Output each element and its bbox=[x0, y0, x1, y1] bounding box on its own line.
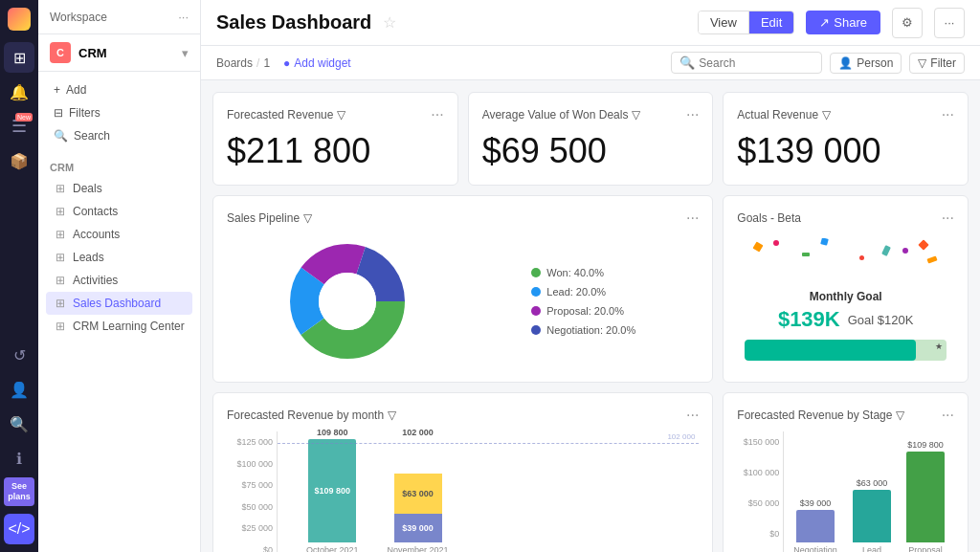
sidebar-app[interactable]: C CRM ▾ bbox=[38, 34, 200, 72]
actual-revenue-card: Actual Revenue ▽ ··· $139 000 bbox=[723, 92, 969, 186]
pie-chart-svg bbox=[290, 244, 405, 359]
learning-label: CRM Learning Center bbox=[73, 320, 185, 333]
lead-label: Lead: 20.0% bbox=[546, 286, 606, 298]
more-icon-button[interactable]: ··· bbox=[934, 8, 965, 38]
nav-grid[interactable]: ⊞ bbox=[4, 42, 34, 73]
card-header: Forecasted Revenue ▽ ··· bbox=[227, 106, 444, 123]
nav-info[interactable]: ℹ bbox=[4, 443, 34, 474]
rev-stage-title: Forecasted Revenue by Stage ▽ bbox=[737, 408, 904, 422]
ref-line-label: 102 000 bbox=[667, 432, 695, 441]
add-widget-button[interactable]: ● Add widget bbox=[278, 54, 357, 73]
add-widget-plus-icon: ● bbox=[283, 56, 290, 70]
sidebar-item-leads[interactable]: ⊞ Leads bbox=[46, 246, 192, 269]
app-logo[interactable] bbox=[8, 8, 31, 31]
dashboard-label: Sales Dashboard bbox=[73, 297, 161, 310]
favorite-star-icon[interactable]: ☆ bbox=[383, 13, 396, 32]
sidebar-nav: ⊞ Deals ⊞ Contacts ⊞ Accounts ⊞ Leads ⊞ … bbox=[38, 177, 200, 338]
sidebar-item-deals[interactable]: ⊞ Deals bbox=[46, 177, 192, 200]
sidebar-item-activities[interactable]: ⊞ Activities bbox=[46, 269, 192, 292]
nav-box[interactable]: 📦 bbox=[4, 145, 34, 176]
y-label-75k: $75 000 bbox=[227, 480, 273, 490]
oct-bar-pear: $109 800 bbox=[308, 439, 356, 542]
proposal-label: Proposal: 20.0% bbox=[546, 305, 624, 317]
crm-app-icon: C bbox=[50, 42, 71, 63]
proposal-stage-label: Proposal bbox=[908, 545, 943, 552]
nav-bell[interactable]: 🔔 bbox=[4, 77, 34, 107]
nav-code[interactable]: </> bbox=[4, 514, 34, 544]
sidebar-add-action[interactable]: + Add bbox=[50, 79, 189, 100]
nav-person[interactable]: 👤 bbox=[4, 374, 34, 405]
forecasted-filter-icon[interactable]: ▽ bbox=[337, 108, 345, 121]
avg-won-value: $69 500 bbox=[482, 131, 700, 171]
y-label-0: $0 bbox=[227, 545, 273, 552]
rev-month-filter-icon[interactable]: ▽ bbox=[388, 408, 396, 422]
proposal-value: $109 800 bbox=[907, 440, 944, 450]
negotiation-label: Negotiation: 20.0% bbox=[546, 324, 635, 336]
view-button[interactable]: View bbox=[699, 11, 749, 33]
avg-won-deals-card: Average Value of Won Deals ▽ ··· $69 500 bbox=[468, 92, 714, 186]
breadcrumb: Boards / 1 bbox=[216, 56, 270, 70]
actual-more-icon[interactable]: ··· bbox=[942, 106, 954, 123]
negotiation-label: Negotiation bbox=[793, 545, 837, 552]
pie-legend: Won: 40.0% Lead: 20.0% Proposal: 20.0% N… bbox=[531, 267, 635, 336]
proposal-bar bbox=[906, 452, 945, 542]
edit-button[interactable]: Edit bbox=[749, 11, 793, 33]
oct-label: October 2021 bbox=[306, 545, 359, 552]
share-button[interactable]: ↗ Share bbox=[806, 11, 880, 34]
negotiation-bar bbox=[796, 510, 835, 542]
stage-y-100k: $100 000 bbox=[737, 468, 779, 477]
person-filter-button[interactable]: 👤 Person bbox=[830, 53, 902, 74]
nov-bar-hsbf: $63 000 bbox=[394, 474, 442, 514]
learning-icon: ⊞ bbox=[54, 320, 67, 333]
search-icon: 🔍 bbox=[54, 129, 68, 143]
leads-label: Leads bbox=[73, 251, 104, 264]
rev-stage-more-icon[interactable]: ··· bbox=[942, 407, 954, 424]
person-label: Person bbox=[857, 56, 893, 70]
filter-label: Filter bbox=[930, 56, 956, 70]
actual-filter-icon[interactable]: ▽ bbox=[822, 108, 831, 121]
avg-won-title: Average Value of Won Deals ▽ bbox=[482, 108, 641, 121]
nav-repeat[interactable]: ↺ bbox=[4, 340, 34, 370]
see-plans-button[interactable]: See plans bbox=[4, 477, 34, 506]
forecasted-revenue-card: Forecasted Revenue ▽ ··· $211 800 bbox=[212, 92, 458, 186]
sidebar-filters-action[interactable]: ⊟ Filters bbox=[50, 102, 189, 123]
contacts-icon: ⊞ bbox=[54, 205, 67, 218]
share-icon: ↗ bbox=[819, 15, 830, 30]
goals-progress-bar bbox=[745, 340, 916, 361]
goals-more-icon[interactable]: ··· bbox=[942, 210, 954, 227]
pipeline-card-header: Sales Pipeline ▽ ··· bbox=[227, 210, 699, 227]
filters-label: Filters bbox=[69, 106, 100, 120]
oct-bar-group: 109 800 $109 800 October 2021 bbox=[306, 428, 359, 552]
sidebar-more-icon[interactable]: ··· bbox=[178, 10, 189, 24]
lead-bar bbox=[853, 490, 891, 542]
negotiation-bar-group: $39 000 Negotiation bbox=[793, 498, 837, 552]
avg-won-more-icon[interactable]: ··· bbox=[686, 106, 699, 123]
forecasted-revenue-value: $211 800 bbox=[227, 131, 444, 171]
sidebar-search-action[interactable]: 🔍 Search bbox=[50, 125, 189, 146]
rev-stage-header: Forecasted Revenue by Stage ▽ ··· bbox=[737, 407, 954, 424]
filter-button[interactable]: ▽ Filter bbox=[909, 53, 965, 74]
leads-icon: ⊞ bbox=[54, 251, 67, 264]
nav-new[interactable]: ☰ New bbox=[4, 111, 34, 142]
pipeline-more-icon[interactable]: ··· bbox=[686, 210, 699, 227]
search-input[interactable] bbox=[699, 56, 813, 70]
goals-target: Goal $120K bbox=[848, 313, 914, 327]
search-field[interactable]: 🔍 bbox=[671, 52, 822, 74]
activities-label: Activities bbox=[73, 274, 118, 287]
nav-search[interactable]: 🔍 bbox=[4, 408, 34, 439]
rev-stage-filter-icon[interactable]: ▽ bbox=[896, 408, 904, 422]
sidebar-item-contacts[interactable]: ⊞ Contacts bbox=[46, 200, 192, 223]
sidebar-item-accounts[interactable]: ⊞ Accounts bbox=[46, 223, 192, 246]
pipeline-filter-icon[interactable]: ▽ bbox=[303, 211, 312, 225]
nov-label: November 2021 bbox=[388, 545, 449, 552]
avg-won-filter-icon[interactable]: ▽ bbox=[632, 108, 640, 121]
forecasted-more-icon[interactable]: ··· bbox=[431, 106, 443, 123]
sidebar-item-learning[interactable]: ⊞ CRM Learning Center bbox=[46, 315, 192, 338]
nov-bar-group: 102 000 $63 000 $39 000 November 2021 bbox=[388, 428, 449, 552]
icon-bar: ⊞ 🔔 ☰ New 📦 ↺ 👤 🔍 ℹ See plans </> bbox=[0, 0, 38, 552]
settings-icon-button[interactable]: ⚙ bbox=[892, 8, 923, 38]
workspace-label: Workspace bbox=[50, 11, 107, 24]
rev-month-more-icon[interactable]: ··· bbox=[686, 407, 699, 424]
sidebar-item-dashboard[interactable]: ⊞ Sales Dashboard bbox=[46, 292, 192, 315]
breadcrumb-boards[interactable]: Boards bbox=[216, 56, 253, 70]
